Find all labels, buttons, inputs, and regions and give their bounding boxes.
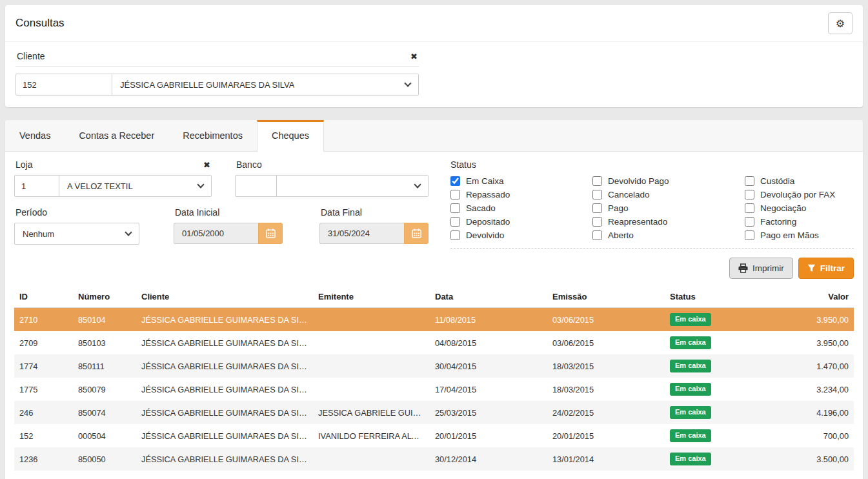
clear-loja-icon[interactable]: ✖ xyxy=(203,161,210,169)
status-checkbox[interactable] xyxy=(592,217,602,227)
status-badge: Em caixa xyxy=(670,313,711,326)
status-option-devolucao-por-fax[interactable]: Devolução por FAX xyxy=(745,190,835,199)
tab-vendas[interactable]: Vendas xyxy=(5,120,65,152)
loja-filter-group: Loja ✖ A VELOZ TEXTIL xyxy=(14,158,212,197)
cell-id: 246 xyxy=(14,401,73,424)
status-column-1: Em Caixa Repassado Sacado Depositado Dev… xyxy=(450,176,592,240)
status-checkbox-label: Devolvido Pago xyxy=(608,176,669,186)
loja-code-input[interactable] xyxy=(14,175,59,197)
status-option-pago[interactable]: Pago xyxy=(592,203,745,213)
status-option-depositado[interactable]: Depositado xyxy=(450,217,592,227)
status-option-reapresentado[interactable]: Reapresentado xyxy=(592,217,745,227)
status-option-aberto[interactable]: Aberto xyxy=(592,230,745,240)
status-checkbox[interactable] xyxy=(592,176,602,186)
cell-status: Em caixa xyxy=(665,447,760,471)
status-option-sacado[interactable]: Sacado xyxy=(450,203,592,213)
cliente-filter-group: Cliente ✖ JÉSSICA GABRIELLE GUIMARAES DA… xyxy=(15,50,419,96)
data-final-input[interactable] xyxy=(319,223,404,244)
clear-cliente-icon[interactable]: ✖ xyxy=(410,52,418,61)
status-checkbox[interactable] xyxy=(450,176,460,186)
table-row[interactable]: 1775 850079 JÉSSICA GABRIELLE GUIMARAES … xyxy=(14,378,854,401)
cell-emissao: 13/01/2014 xyxy=(547,447,665,471)
status-option-em-caixa[interactable]: Em Caixa xyxy=(450,176,592,186)
cliente-code-input[interactable] xyxy=(15,74,112,96)
status-checkbox[interactable] xyxy=(450,190,460,199)
data-final-group: Data Final xyxy=(319,206,429,245)
column-header-id: ID xyxy=(14,285,73,308)
table-row[interactable]: 1774 850111 JÉSSICA GABRIELLE GUIMARAES … xyxy=(14,354,854,378)
cell-emitente xyxy=(313,331,430,354)
tab-cheques[interactable]: Cheques xyxy=(257,120,324,152)
periodo-select-value: Nenhum xyxy=(23,229,54,239)
tab-contas-a-receber[interactable]: Contas a Receber xyxy=(65,120,168,152)
loja-select-value: A VELOZ TEXTIL xyxy=(67,181,133,191)
cell-valor: 700,00 xyxy=(760,424,854,447)
column-header-cliente: Cliente xyxy=(136,285,313,308)
cliente-label: Cliente xyxy=(17,51,45,61)
cell-emissao: 20/01/2015 xyxy=(547,424,665,447)
status-checkbox-label: Aberto xyxy=(608,230,634,240)
status-checkbox-label: Reapresentado xyxy=(608,217,667,227)
status-checkbox[interactable] xyxy=(592,230,602,240)
cell-cliente: JÉSSICA GABRIELLE GUIMARAES DA SILVA xyxy=(136,331,313,354)
tab-label: Vendas xyxy=(19,130,50,141)
status-checkbox[interactable] xyxy=(450,203,460,213)
periodo-select[interactable]: Nenhum xyxy=(14,223,139,245)
status-option-devolvido-pago[interactable]: Devolvido Pago xyxy=(592,176,745,186)
status-checkbox[interactable] xyxy=(592,203,602,213)
table-row[interactable]: 2709 850103 JÉSSICA GABRIELLE GUIMARAES … xyxy=(14,331,854,354)
banco-code-input[interactable] xyxy=(235,175,277,197)
table-row[interactable]: 246 850074 JÉSSICA GABRIELLE GUIMARAES D… xyxy=(14,401,854,424)
cell-id: 1775 xyxy=(14,378,73,401)
status-checkbox[interactable] xyxy=(450,217,460,227)
actions-row: Imprimir Filtrar xyxy=(14,258,854,279)
tab-label: Recebimentos xyxy=(183,130,243,141)
chevron-down-icon xyxy=(414,181,421,188)
status-option-repassado[interactable]: Repassado xyxy=(450,190,592,199)
data-final-calendar-button[interactable] xyxy=(404,223,429,244)
status-checkbox[interactable] xyxy=(450,230,460,240)
status-checkbox[interactable] xyxy=(745,190,754,199)
status-option-custodia[interactable]: Custódia xyxy=(745,176,835,186)
loja-select[interactable]: A VELOZ TEXTIL xyxy=(59,175,212,197)
table-row[interactable]: 2710 850104 JÉSSICA GABRIELLE GUIMARAES … xyxy=(14,308,854,332)
cell-emissao: 03/06/2015 xyxy=(547,331,665,354)
status-checkbox[interactable] xyxy=(745,217,754,227)
tab-recebimentos[interactable]: Recebimentos xyxy=(168,120,257,152)
status-option-factoring[interactable]: Factoring xyxy=(745,217,835,227)
settings-button[interactable]: ⚙ xyxy=(828,12,853,34)
filters-left: Loja ✖ A VELOZ TEXTIL xyxy=(14,158,429,245)
data-inicial-calendar-button[interactable] xyxy=(258,223,283,244)
results-card: VendasContas a ReceberRecebimentosCheque… xyxy=(5,120,863,479)
cell-id: 1236 xyxy=(14,447,73,471)
status-checkbox[interactable] xyxy=(745,230,754,240)
periodo-filter-group: Período Nenhum xyxy=(14,206,139,245)
data-inicial-group: Data Inicial xyxy=(174,206,283,245)
cell-cliente: JÉSSICA GABRIELLE GUIMARAES DA SILVA xyxy=(136,308,313,332)
table-row[interactable]: 1236 850050 JÉSSICA GABRIELLE GUIMARAES … xyxy=(14,447,854,471)
cliente-select[interactable]: JÉSSICA GABRIELLE GUIMARAES DA SILVA xyxy=(112,74,419,96)
status-checkbox[interactable] xyxy=(745,176,754,186)
banco-select[interactable] xyxy=(276,175,429,197)
status-option-devolvido[interactable]: Devolvido xyxy=(450,230,592,240)
status-option-negociacao[interactable]: Negociação xyxy=(745,203,835,213)
status-checkbox-label: Devolução por FAX xyxy=(760,190,835,199)
cell-id: 1774 xyxy=(14,354,73,378)
imprimir-label: Imprimir xyxy=(752,263,784,273)
cell-data: 30/12/2014 xyxy=(430,447,547,471)
chevron-down-icon xyxy=(197,181,204,188)
cell-valor: 3.234,00 xyxy=(760,378,854,401)
status-checkbox[interactable] xyxy=(592,190,602,199)
cell-data: 17/04/2015 xyxy=(430,378,547,401)
status-option-cancelado[interactable]: Cancelado xyxy=(592,190,745,199)
filtrar-button[interactable]: Filtrar xyxy=(798,258,854,279)
status-checkbox[interactable] xyxy=(745,203,754,213)
imprimir-button[interactable]: Imprimir xyxy=(729,258,793,279)
cell-id: 2709 xyxy=(14,331,73,354)
page-title: Consultas xyxy=(15,17,65,30)
status-checkbox-label: Cancelado xyxy=(608,190,650,199)
loja-label: Loja xyxy=(15,159,32,170)
data-inicial-input[interactable] xyxy=(174,223,258,244)
table-row[interactable]: 152 000504 JÉSSICA GABRIELLE GUIMARAES D… xyxy=(14,424,854,447)
status-option-pago-em-maos[interactable]: Pago em Mãos xyxy=(745,230,835,240)
